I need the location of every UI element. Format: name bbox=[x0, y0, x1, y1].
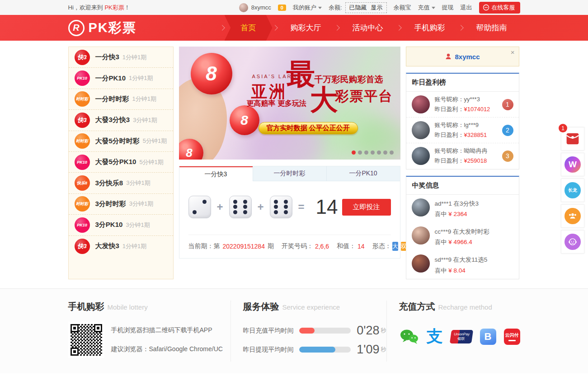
greeting: Hi，欢迎来到 PK彩票！ bbox=[68, 4, 130, 12]
my-account-menu[interactable]: 我的账户 bbox=[293, 4, 322, 12]
unionpay-icon: UnionPay 银联 bbox=[449, 330, 473, 343]
top-utility-bar: Hi，欢迎来到 PK彩票！ 8xymcc 0 我的账户 余额: 已隐藏 显示 余… bbox=[0, 0, 588, 15]
recharge-menu[interactable]: 充值 bbox=[418, 4, 435, 12]
nav-item-help-guide[interactable]: 帮助指南 bbox=[463, 15, 520, 41]
sidebar-item-yifenkuai3[interactable]: 快3 一分快3 1分钟1期 bbox=[69, 47, 173, 68]
draw-info-bar: 当前期： 第 202209151284 期 开奖号码： 2,6,6 和值： 14… bbox=[188, 235, 391, 258]
nav-item-lottery-hall[interactable]: 购彩大厅 bbox=[278, 15, 334, 41]
tab-yifenshishicai[interactable]: 一分时时彩 bbox=[253, 166, 326, 181]
tab-yifenkuai3[interactable]: 一分快3 bbox=[179, 166, 253, 181]
username[interactable]: 8xymcc bbox=[251, 4, 271, 11]
sidebar-item-3fenpk10[interactable]: PK10 3分PK10 3分钟1期 bbox=[69, 215, 173, 235]
sidebar-item-yifenshishicai[interactable]: 时时彩 一分时时彩 1分钟1期 bbox=[69, 89, 173, 110]
service-experience-block: 服务体验Service experience 昨日充值平均时间 0'28 秒 昨… bbox=[230, 301, 386, 362]
sum-label: 和值： bbox=[337, 242, 356, 250]
qr-instruction: 手机浏览器扫描二维码下载手机APP bbox=[111, 326, 223, 334]
app-download-qr-code bbox=[68, 322, 104, 358]
period-prefix: 第 bbox=[214, 242, 220, 250]
avatar[interactable] bbox=[239, 3, 248, 12]
balance-hidden-box: 已隐藏 显示 bbox=[345, 2, 387, 13]
nav-item-mobile-lottery[interactable]: 手机购彩 bbox=[401, 15, 458, 41]
info-footer-section: 手机购彩Mobile lottery 手机浏览器扫描二维码下载手机APP 建议浏… bbox=[0, 288, 588, 373]
chevron-down-icon bbox=[318, 7, 322, 9]
sidebar-item-dafa5fenpk10[interactable]: PK10 大發5分PK10 5分钟1期 bbox=[69, 152, 173, 173]
red-packet-icon bbox=[565, 131, 580, 146]
headset-icon bbox=[483, 4, 489, 11]
wechat-pay-icon bbox=[399, 329, 419, 345]
progress-bar bbox=[299, 347, 351, 353]
kuai3-icon: 快3 bbox=[75, 50, 90, 65]
kuai3-icon: 快3 bbox=[75, 239, 90, 254]
nav-item-home[interactable]: 首页 bbox=[225, 15, 273, 41]
carousel-dot[interactable] bbox=[383, 151, 387, 155]
service-subtitle: Service experience bbox=[282, 303, 340, 311]
carousel-dot[interactable] bbox=[358, 151, 362, 155]
carousel-dot[interactable] bbox=[377, 151, 381, 155]
yuebao-link[interactable]: 余额宝 bbox=[394, 4, 411, 12]
rank-badge: 1 bbox=[502, 99, 513, 110]
logout-link[interactable]: 退出 bbox=[461, 4, 472, 12]
die bbox=[270, 196, 292, 218]
recharge-subtitle: Recharge method bbox=[438, 303, 492, 311]
lottery-ball-image: 8 bbox=[230, 105, 259, 135]
pk10-icon: PK10 bbox=[75, 155, 90, 170]
profit-amount: ¥328851 bbox=[464, 132, 487, 138]
changlong-button[interactable]: 长龙 bbox=[561, 179, 584, 202]
people-group-icon bbox=[564, 208, 581, 224]
tab-yifenpk10[interactable]: 一分PK10 bbox=[326, 166, 400, 181]
promo-banner[interactable]: 8 8 8 ASIA'S LARGEST 亚洲 最 千万彩民购彩首选 更高赔率 … bbox=[179, 47, 400, 160]
avatar bbox=[412, 226, 430, 245]
user-panel: 8xymcc × bbox=[406, 47, 519, 66]
w-app-button[interactable]: W bbox=[561, 153, 584, 176]
draw-label: 开奖号码： bbox=[282, 242, 313, 250]
banner-da-text: 大 bbox=[310, 81, 338, 119]
sidebar-item-dafa5fenshishicai[interactable]: 时时彩 大發5分时时彩 5分钟1期 bbox=[69, 131, 173, 152]
sidebar-item-3fenkuaile8[interactable]: 快乐8 3分快乐8 3分钟1期 bbox=[69, 173, 173, 193]
chevron-separator-icon bbox=[334, 25, 340, 31]
draw-numbers: 2,6,6 bbox=[315, 243, 329, 250]
lottery-quick-panel: 一分快3 一分时时彩 一分PK10 + + = 14 立即投注 当前期： 第 2… bbox=[179, 166, 400, 259]
withdraw-link[interactable]: 提现 bbox=[442, 4, 454, 12]
dice-sum: 14 bbox=[316, 196, 338, 218]
mobile-title: 手机购彩 bbox=[68, 301, 104, 311]
brand-logo[interactable]: R PK彩票 bbox=[68, 19, 136, 37]
lottery-ball-image: 8 bbox=[191, 53, 232, 94]
lottery-tabs: 一分快3 一分时时彩 一分PK10 bbox=[179, 166, 400, 181]
red-packet-button[interactable]: 1 bbox=[561, 127, 584, 151]
user-icon bbox=[445, 53, 452, 60]
profit-amount: ¥1074012 bbox=[464, 106, 490, 113]
pk10-icon: PK10 bbox=[75, 217, 90, 233]
balance-label: 余额: bbox=[329, 4, 342, 12]
chevron-separator-icon bbox=[396, 25, 402, 31]
nick: 呦呦冉冉 bbox=[464, 147, 488, 154]
nav-menu: 首页 购彩大厅 活动中心 手机购彩 帮助指南 bbox=[220, 15, 520, 41]
agent-group-button[interactable] bbox=[561, 204, 584, 228]
user-panel-name[interactable]: 8xymcc bbox=[455, 53, 480, 61]
die bbox=[188, 196, 211, 218]
nav-item-activity-center[interactable]: 活动中心 bbox=[339, 15, 396, 41]
recharge-method-block: 充值方式Recharge method 支 UnionPay 银联 B bbox=[386, 301, 520, 362]
online-service-button[interactable]: 在线客服 bbox=[479, 2, 520, 14]
close-icon[interactable]: × bbox=[511, 48, 515, 56]
win-row: sd***9 在大发11选5 喜中 ¥ 8.04 bbox=[406, 251, 519, 279]
balance-show-link[interactable]: 显示 bbox=[371, 4, 383, 12]
period-number: 202209151284 bbox=[223, 243, 265, 250]
nick: lg***9 bbox=[464, 122, 479, 128]
carousel-dot[interactable] bbox=[371, 151, 375, 155]
sidebar-item-yifenpk10[interactable]: PK10 一分PK10 1分钟1期 bbox=[69, 68, 173, 89]
shape-big-badge: 大 bbox=[392, 242, 398, 251]
pk10-icon: PK10 bbox=[75, 71, 90, 86]
sidebar-item-3fenshishicai[interactable]: 时时彩 3分时时彩 3分钟1期 bbox=[69, 194, 173, 215]
carousel-dot[interactable] bbox=[364, 151, 368, 155]
sidebar-item-dafa3fenkuai3[interactable]: 快3 大發3分快3 3分钟1期 bbox=[69, 110, 173, 131]
customer-service-button[interactable] bbox=[561, 230, 584, 254]
carousel-dot[interactable] bbox=[352, 151, 356, 155]
nick: yy***3 bbox=[464, 96, 480, 103]
bet-now-button[interactable]: 立即投注 bbox=[342, 199, 391, 216]
main-navbar: R PK彩票 首页 购彩大厅 活动中心 手机购彩 帮助指南 bbox=[0, 15, 588, 41]
sidebar-item-dafakuai3[interactable]: 快3 大发快3 1分钟1期 bbox=[69, 236, 173, 257]
avatar bbox=[412, 254, 430, 273]
win-amount: ¥ 4966.4 bbox=[448, 239, 472, 245]
carousel-dot[interactable] bbox=[390, 151, 394, 155]
message-count-badge[interactable]: 0 bbox=[278, 5, 286, 11]
